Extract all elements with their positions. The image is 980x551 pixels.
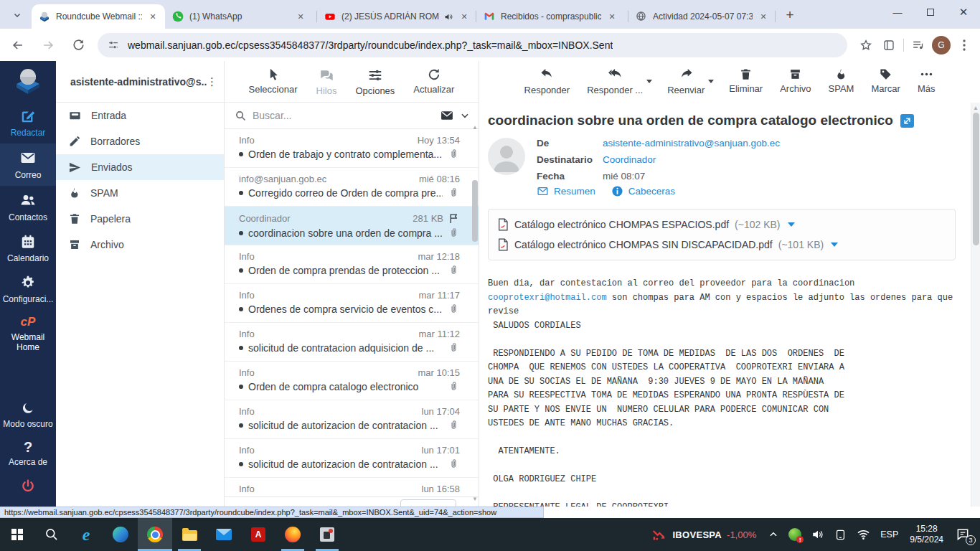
reply-button[interactable]: Responder [524,67,570,95]
sidebar-item-configuracion[interactable]: Configuraci... [0,269,56,310]
close-icon[interactable]: ✕ [757,10,770,23]
folder-item-archivo[interactable]: Archivo [56,232,224,258]
new-tab-button[interactable]: + [780,5,800,25]
summary-link[interactable]: Resumen [537,185,595,197]
url-bar[interactable]: webmail.sanjuan.gob.ec/cpsess3545848377/… [98,33,847,57]
file-explorer-icon[interactable] [172,518,207,551]
folder-item-spam[interactable]: SPAM [56,180,224,206]
delete-button[interactable]: Eliminar [729,67,763,94]
page-indicator[interactable] [400,499,456,507]
internet-explorer-icon[interactable]: e [69,518,103,551]
device-icon[interactable] [829,518,852,551]
maximize-button[interactable] [914,0,947,24]
back-icon[interactable] [6,33,30,57]
sidebar-item-calendario[interactable]: Calendario [0,228,56,269]
bookmark-star-icon[interactable] [854,34,877,57]
options-button[interactable]: Opciones [355,67,395,96]
window-close-button[interactable]: ✕ [947,0,980,24]
forward-button[interactable]: Reenviar [667,67,705,95]
close-icon[interactable]: ✕ [606,10,618,23]
search-options-chevron-icon[interactable] [460,110,470,121]
chrome-icon[interactable] [138,518,172,551]
headers-link[interactable]: Cabeceras [611,185,675,197]
volume-icon[interactable] [806,518,829,551]
acrobat-icon[interactable]: A [241,518,275,551]
forward-caret-icon[interactable] [708,80,714,83]
minimize-button[interactable]: — [881,0,914,24]
close-icon[interactable]: ✕ [294,10,307,23]
sidebar-item-correo[interactable]: Correo [0,143,56,186]
attachment-item[interactable]: Catálogo electrónico CHOMPAS SIN DISCAPA… [497,235,946,255]
message-list-item[interactable]: info@sanjuan.gob.ec mié 08:16 Corregido … [225,168,479,207]
site-settings-icon[interactable] [108,39,119,51]
message-list-item[interactable]: Info mar 10:15 Orden de compra catalogo … [225,362,479,400]
mail-app-icon[interactable] [207,518,241,551]
antivirus-icon[interactable] [783,518,806,551]
mark-button[interactable]: Marcar [871,67,900,94]
tab-youtube[interactable]: (2) JESÚS ADRIÁN ROM ✕ [317,4,476,29]
message-list-item[interactable]: Info mar 11:17 Ordenes de compra servici… [225,284,479,323]
mail-scrollbar[interactable]: ▲ [971,103,980,507]
notification-center-icon[interactable]: 3 [950,518,980,551]
more-button[interactable]: Más [918,67,936,94]
tab-roundcube[interactable]: Roundcube Webmail :: Envia ✕ [32,4,165,29]
folder-item-borradores[interactable]: Borradores [56,128,224,154]
message-list-item[interactable]: Info mar 12:18 Orden de compra prendas d… [225,245,479,284]
message-list-item[interactable]: Info mar 11:12 solicitud de contratacion… [225,323,479,362]
message-list-item[interactable]: Info lun 16:58 [225,478,479,496]
sidebar-item-webmail-home[interactable]: cP Webmail Home [0,310,56,358]
reply-all-caret-icon[interactable] [646,80,652,83]
edge-icon[interactable] [103,518,138,551]
spam-button[interactable]: SPAM [829,67,854,94]
wifi-icon[interactable] [852,518,875,551]
reply-all-button[interactable]: Responder ... [587,67,643,95]
search-scope-mail-icon[interactable] [440,108,454,123]
message-list-item[interactable]: Coordinador 281 KB coordinacion sobre un… [225,207,479,245]
message-list-item[interactable]: Info Hoy 13:54 Orden de trabajo y contra… [225,129,479,168]
message-list-item[interactable]: Info lun 17:01 solicitud de autorizacion… [225,439,479,478]
tab-gmail[interactable]: Recibidos - compraspublicas ✕ [476,4,628,29]
tab-audio-icon[interactable] [444,12,453,22]
tab-whatsapp[interactable]: (1) WhatsApp ✕ [165,4,317,29]
url-text[interactable]: webmail.sanjuan.gob.ec/cpsess3545848377/… [128,39,613,51]
sidebar-item-modo-oscuro[interactable]: Modo oscuro [0,395,56,435]
attachment-menu-caret-icon[interactable] [788,222,795,227]
tray-chevron-up-icon[interactable] [763,518,783,551]
windows-start-icon[interactable] [0,518,34,551]
sidebar-item-redactar[interactable]: Redactar [0,103,56,143]
tab-actividad[interactable]: Actividad 2024-05-07 07:30 ✕ [628,4,776,29]
attachment-item[interactable]: Catálogo electrónico CHOMPAS ESPACIOS.pd… [497,215,946,235]
scrollbar-thumb[interactable] [472,180,478,242]
threads-button[interactable]: Hilos [316,67,337,96]
java-icon[interactable] [310,518,344,551]
profile-avatar[interactable]: G [930,34,953,57]
from-address-link[interactable]: asistente-administrativo@sanjuan.gob.ec [603,138,780,149]
refresh-button[interactable]: Actualizar [413,67,454,95]
sidebar-item-acerca-de[interactable]: ? Acerca de [0,435,56,473]
folder-item-enviados[interactable]: Enviados [56,154,224,180]
side-panel-icon[interactable] [877,34,900,57]
attachment-menu-caret-icon[interactable] [831,242,838,247]
account-kebab-icon[interactable]: ⋮ [207,75,217,88]
to-link[interactable]: Coordinador [603,154,656,165]
roundcube-logo[interactable] [0,61,56,103]
email-link[interactable]: cooprotexri@hotmail.com [488,293,607,303]
folder-item-papelera[interactable]: Papelera [56,206,224,232]
open-in-new-window-icon[interactable] [900,114,914,128]
tab-search-chevron-icon[interactable] [7,5,27,25]
message-list-item[interactable]: Info lun 17:04 solicitud de autorizacion… [225,400,479,439]
folder-item-entrada[interactable]: Entrada [56,103,224,128]
sidebar-item-logout[interactable] [0,473,56,500]
language-indicator[interactable]: ESP [875,518,903,551]
reload-icon[interactable] [66,33,90,57]
close-icon[interactable]: ✕ [458,10,471,23]
scrollbar-thumb[interactable] [973,113,979,245]
sidebar-item-contactos[interactable]: Contactos [0,186,56,228]
media-controls-icon[interactable] [907,34,930,57]
archive-button[interactable]: Archivo [780,67,811,94]
firefox-icon[interactable] [275,518,310,551]
stock-ticker[interactable]: IBOVESPA -1,00% [644,527,763,542]
browser-menu-kebab-icon[interactable] [953,34,976,57]
taskbar-clock[interactable]: 15:28 9/5/2024 [903,524,950,545]
search-input[interactable] [253,110,434,121]
